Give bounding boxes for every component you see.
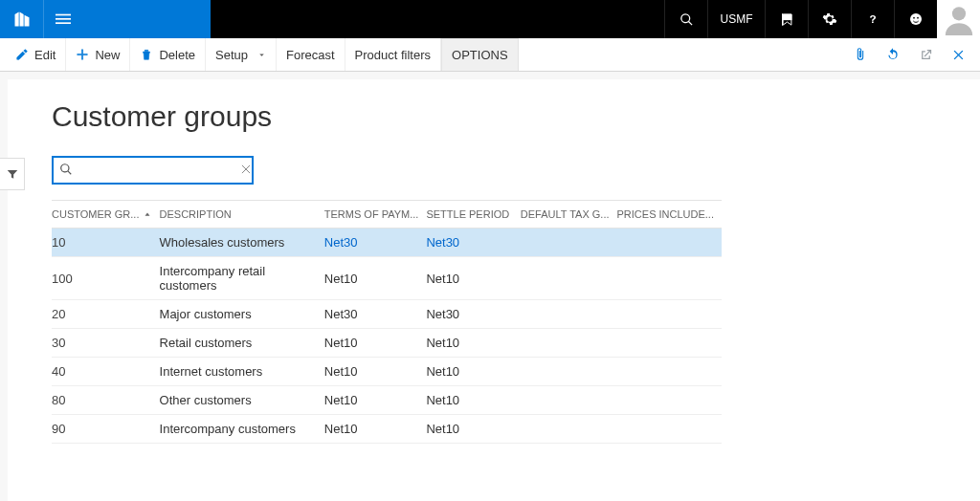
- cell-description[interactable]: Intercompany customers: [160, 415, 324, 444]
- cell-customer-group[interactable]: 40: [52, 358, 160, 386]
- cell-customer-group[interactable]: 30: [52, 329, 160, 358]
- cell-settle[interactable]: Net30: [426, 229, 520, 257]
- cell-description[interactable]: Major customers: [160, 300, 324, 329]
- edit-label: Edit: [34, 48, 56, 62]
- customer-groups-grid: CUSTOMER GR... DESCRIPTION TERMS OF PAYM…: [52, 200, 722, 444]
- company-label: USMF: [721, 12, 753, 26]
- cell-terms[interactable]: Net30: [324, 300, 427, 329]
- new-button[interactable]: New: [66, 38, 130, 71]
- nav-menu-button[interactable]: [43, 0, 211, 38]
- cell-prices[interactable]: [617, 358, 722, 386]
- cell-settle[interactable]: Net10: [426, 329, 520, 358]
- col-tax[interactable]: DEFAULT TAX G...: [521, 201, 617, 229]
- col-prices[interactable]: PRICES INCLUDE...: [617, 201, 722, 229]
- cell-description[interactable]: Retail customers: [160, 329, 324, 358]
- cell-prices[interactable]: [617, 229, 722, 257]
- setup-label: Setup: [215, 48, 248, 62]
- cell-terms[interactable]: Net10: [324, 329, 427, 358]
- cell-tax[interactable]: [521, 358, 617, 386]
- col-settle[interactable]: SETTLE PERIOD: [426, 201, 520, 229]
- cell-customer-group[interactable]: 10: [52, 229, 160, 257]
- cell-customer-group[interactable]: 80: [52, 386, 160, 415]
- table-row[interactable]: 20Major customersNet30Net30: [52, 300, 722, 329]
- cell-description[interactable]: Wholesales customers: [160, 229, 324, 257]
- cell-prices[interactable]: [617, 257, 722, 300]
- favorites-button[interactable]: [765, 0, 808, 38]
- help-button[interactable]: ?: [851, 0, 894, 38]
- svg-rect-2: [56, 22, 71, 24]
- cell-prices[interactable]: [617, 386, 722, 415]
- table-row[interactable]: 90Intercompany customersNet10Net10: [52, 415, 722, 444]
- content-area: Customer groups CUSTOMER GR... DESCRIPTI…: [0, 72, 980, 501]
- forecast-button[interactable]: Forecast: [277, 38, 345, 71]
- cell-description[interactable]: Internet customers: [160, 358, 324, 386]
- table-row[interactable]: 30Retail customersNet10Net10: [52, 329, 722, 358]
- user-avatar[interactable]: [937, 0, 980, 38]
- filter-pane-toggle[interactable]: [0, 158, 25, 190]
- grid-search-box[interactable]: [52, 156, 254, 185]
- search-icon: [59, 163, 73, 179]
- cell-description[interactable]: Other customers: [160, 386, 324, 415]
- svg-point-6: [917, 17, 919, 19]
- svg-point-7: [951, 7, 965, 20]
- product-filters-button[interactable]: Product filters: [345, 38, 441, 71]
- chevron-down-icon: [257, 48, 266, 62]
- close-button[interactable]: [942, 38, 974, 71]
- cell-settle[interactable]: Net30: [426, 300, 520, 329]
- sort-ascending-icon: [143, 208, 152, 220]
- settings-button[interactable]: [808, 0, 851, 38]
- cell-tax[interactable]: [521, 329, 617, 358]
- cell-prices[interactable]: [617, 415, 722, 444]
- cell-prices[interactable]: [617, 300, 722, 329]
- table-row[interactable]: 10Wholesales customersNet30Net30: [52, 229, 722, 257]
- cell-tax[interactable]: [521, 229, 617, 257]
- cell-terms[interactable]: Net30: [324, 229, 427, 257]
- cell-terms[interactable]: Net10: [324, 386, 427, 415]
- col-description[interactable]: DESCRIPTION: [160, 201, 324, 229]
- global-search-button[interactable]: [664, 0, 707, 38]
- delete-button[interactable]: Delete: [130, 38, 206, 71]
- cell-customer-group[interactable]: 20: [52, 300, 160, 329]
- cell-description[interactable]: Intercompany retail customers: [160, 257, 324, 300]
- cell-settle[interactable]: Net10: [426, 386, 520, 415]
- action-bar: Edit New Delete Setup Forecast Product f…: [0, 38, 980, 72]
- top-right-tools: USMF ?: [664, 0, 980, 38]
- cell-tax[interactable]: [521, 257, 617, 300]
- cell-tax[interactable]: [521, 386, 617, 415]
- attach-button[interactable]: [844, 38, 877, 71]
- edit-button[interactable]: Edit: [6, 38, 66, 71]
- cell-prices[interactable]: [617, 329, 722, 358]
- cell-terms[interactable]: Net10: [324, 358, 427, 386]
- col-terms[interactable]: TERMS OF PAYM...: [324, 201, 427, 229]
- col-customer-group[interactable]: CUSTOMER GR...: [52, 201, 160, 229]
- cell-settle[interactable]: Net10: [426, 257, 520, 300]
- page: Customer groups CUSTOMER GR... DESCRIPTI…: [8, 79, 980, 501]
- clear-search-button[interactable]: [239, 163, 253, 179]
- setup-dropdown[interactable]: Setup: [206, 38, 277, 71]
- app-logo[interactable]: [0, 0, 43, 38]
- cell-customer-group[interactable]: 90: [52, 415, 160, 444]
- table-row[interactable]: 100Intercompany retail customersNet10Net…: [52, 257, 722, 300]
- cell-tax[interactable]: [521, 415, 617, 444]
- table-row[interactable]: 40Internet customersNet10Net10: [52, 358, 722, 386]
- product-filters-label: Product filters: [355, 48, 431, 62]
- refresh-button[interactable]: [877, 38, 909, 71]
- svg-rect-1: [56, 18, 71, 20]
- company-selector[interactable]: USMF: [707, 0, 765, 38]
- cell-customer-group[interactable]: 100: [52, 257, 160, 300]
- cell-settle[interactable]: Net10: [426, 415, 520, 444]
- page-title: Customer groups: [52, 100, 936, 133]
- popout-button[interactable]: [909, 38, 942, 71]
- feedback-button[interactable]: [894, 0, 937, 38]
- cell-terms[interactable]: Net10: [324, 415, 427, 444]
- table-row[interactable]: 80Other customersNet10Net10: [52, 386, 722, 415]
- plus-icon: [76, 48, 89, 61]
- cell-settle[interactable]: Net10: [426, 358, 520, 386]
- forecast-label: Forecast: [286, 48, 335, 62]
- svg-point-5: [913, 17, 915, 19]
- cell-tax[interactable]: [521, 300, 617, 329]
- cell-terms[interactable]: Net10: [324, 257, 427, 300]
- options-tab[interactable]: OPTIONS: [441, 38, 519, 71]
- grid-search-input[interactable]: [73, 163, 239, 178]
- svg-point-4: [910, 13, 922, 25]
